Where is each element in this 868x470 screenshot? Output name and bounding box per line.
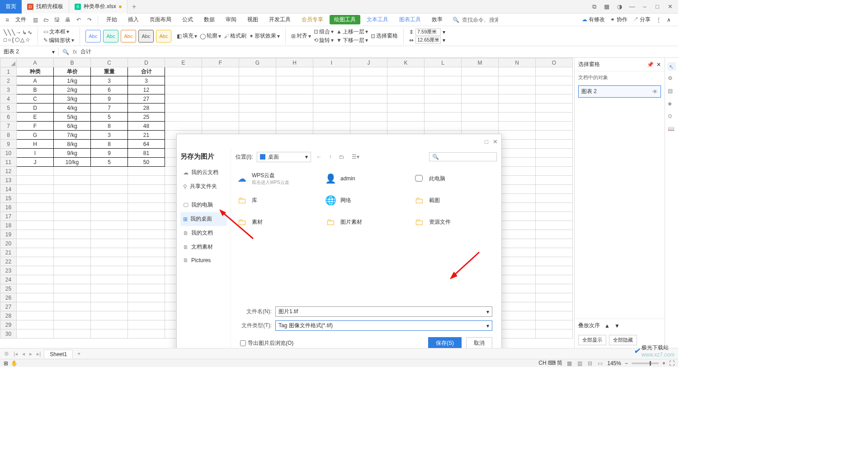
- table-tool-icon[interactable]: ▤: [668, 88, 676, 96]
- tab-template[interactable]: D找稻壳模板: [22, 0, 69, 14]
- ime-indicator[interactable]: CH ⌨ 简: [538, 359, 562, 367]
- view-reading-icon[interactable]: ▭: [597, 360, 604, 367]
- rotate-button[interactable]: ⟲ 旋转▾: [314, 37, 334, 44]
- status-drag-icon[interactable]: ✋: [11, 360, 18, 367]
- dialog-close-icon[interactable]: ✕: [493, 138, 498, 145]
- z-down-icon[interactable]: ▼: [614, 323, 620, 329]
- height-input[interactable]: ⇕ ▾: [409, 28, 445, 36]
- new-icon[interactable]: ▥: [31, 15, 40, 24]
- menu-chart-tools[interactable]: 图表工具: [395, 16, 425, 24]
- pin-icon[interactable]: 📌: [647, 61, 654, 68]
- file-item[interactable]: 🗀 素材: [236, 212, 320, 232]
- formula-input[interactable]: 合计: [80, 48, 91, 56]
- menu-review[interactable]: 审阅: [221, 16, 241, 24]
- dialog-search[interactable]: 🔍: [429, 152, 497, 161]
- pane-close-icon[interactable]: ✕: [656, 61, 661, 68]
- shape-gallery[interactable]: ╲╲╲→↳∿ □○{⬡△☆: [4, 29, 32, 43]
- group-button[interactable]: ⊡ 组合▾: [314, 28, 334, 36]
- filename-input[interactable]: 图片1.tif▾: [275, 306, 492, 317]
- edit-shape-button[interactable]: ✎ 编辑形状 ▾: [43, 37, 74, 44]
- side-assets[interactable]: 🗎文档素材: [180, 240, 227, 254]
- spreadsheet[interactable]: ABCDEFGHIJKLMNO1种类单价重量合计2A1/kg333B2/kg61…: [0, 58, 574, 348]
- book-tool-icon[interactable]: 📖: [668, 126, 676, 134]
- style-preset-1[interactable]: Abc: [85, 30, 101, 42]
- share-button[interactable]: ↗ 分享: [633, 16, 651, 24]
- view-normal-icon[interactable]: ▦: [566, 360, 573, 367]
- menu-drawing-tools[interactable]: 绘图工具: [330, 15, 360, 24]
- open-icon[interactable]: 🗁: [42, 15, 51, 24]
- fullscreen-icon[interactable]: ⛶: [669, 360, 675, 367]
- print-icon[interactable]: 🖶: [63, 15, 72, 24]
- more-icon[interactable]: ⋮: [656, 17, 661, 23]
- tab-document[interactable]: S种类单价.xlsx: [69, 0, 127, 14]
- command-search[interactable]: 🔍: [453, 17, 498, 23]
- format-painter-button[interactable]: 🖌 格式刷: [224, 32, 246, 40]
- hamburger-icon[interactable]: ≡: [4, 16, 11, 24]
- sheet-first-icon[interactable]: |◂: [12, 351, 19, 357]
- expand-icon[interactable]: ∧: [667, 17, 671, 23]
- send-backward[interactable]: ▼ 下移一层▾: [336, 37, 368, 44]
- side-shared[interactable]: ⚲共享文件夹: [180, 179, 227, 193]
- location-select[interactable]: 桌面▾: [257, 152, 311, 162]
- view-split-icon[interactable]: ⊟: [587, 360, 593, 367]
- apps-icon[interactable]: ▦: [602, 2, 611, 11]
- menu-view[interactable]: 视图: [243, 16, 263, 24]
- name-box[interactable]: 图表 2▾: [0, 48, 59, 56]
- file-item[interactable]: 🌐 网络: [324, 190, 408, 210]
- menu-text-tools[interactable]: 文本工具: [362, 16, 393, 24]
- menu-insert[interactable]: 插入: [123, 16, 143, 24]
- redo-icon[interactable]: ↷: [85, 15, 94, 24]
- pane-chart-item[interactable]: 图表 2👁: [578, 85, 661, 98]
- view-mode-icon[interactable]: ☰▾: [350, 154, 361, 160]
- file-item[interactable]: 🗀 截图: [413, 190, 497, 210]
- fill-button[interactable]: ◧填充▾: [177, 32, 197, 40]
- add-sheet-icon[interactable]: +: [75, 351, 83, 357]
- zoom-in-icon[interactable]: +: [662, 360, 665, 367]
- close-icon[interactable]: ✕: [665, 2, 675, 11]
- width-input[interactable]: ⇔ ▾: [409, 37, 445, 44]
- cloud-status[interactable]: ☁ 有修改: [582, 16, 605, 24]
- avatar-icon[interactable]: ◑: [615, 2, 624, 11]
- style-preset-5[interactable]: Abc: [156, 30, 171, 42]
- menu-start[interactable]: 开始: [102, 16, 122, 24]
- side-documents[interactable]: 🗎我的文档: [180, 226, 227, 240]
- location-tool-icon[interactable]: ⊙: [668, 113, 676, 121]
- tab-add[interactable]: +: [127, 0, 141, 14]
- style-preset-2[interactable]: Abc: [103, 30, 118, 42]
- zoom-out-icon[interactable]: −: [625, 360, 628, 367]
- minimize-icon[interactable]: –: [640, 2, 649, 11]
- settings-tool-icon[interactable]: ⚙: [668, 75, 676, 83]
- file-item[interactable]: 🗀 资源文件: [413, 212, 497, 232]
- bring-forward[interactable]: ▲ 上移一层▾: [336, 28, 368, 36]
- selection-pane-button[interactable]: ⊡选择窗格: [371, 32, 398, 40]
- save-icon[interactable]: 🖫: [52, 15, 61, 24]
- side-this-pc[interactable]: 🖵我的电脑: [180, 198, 227, 212]
- side-desktop[interactable]: ⊞我的桌面: [180, 212, 227, 226]
- show-all-button[interactable]: 全部显示: [578, 335, 606, 345]
- cancel-button[interactable]: 取消: [466, 337, 492, 348]
- file-item[interactable]: 🖵 此电脑: [413, 169, 497, 188]
- textbox-button[interactable]: ▭ 文本框 ▾: [43, 28, 74, 36]
- collab-button[interactable]: ⚭ 协作: [610, 16, 627, 24]
- dash-icon[interactable]: —: [627, 2, 637, 11]
- menu-efficiency[interactable]: 效率: [427, 16, 447, 24]
- save-button[interactable]: 保存(S): [428, 337, 462, 348]
- side-cloud-docs[interactable]: ☁我的云文档: [180, 165, 227, 179]
- view-page-icon[interactable]: ▥: [576, 360, 583, 367]
- sheet-last-icon[interactable]: ▸|: [35, 351, 42, 357]
- menu-formula[interactable]: 公式: [178, 16, 198, 24]
- layout-icon[interactable]: ⧉: [590, 2, 599, 11]
- style-preset-3[interactable]: Abc: [121, 30, 136, 42]
- align-button[interactable]: ⊞对齐▾: [291, 32, 311, 40]
- dialog-minimize-icon[interactable]: □: [485, 138, 488, 145]
- undo-icon[interactable]: ↶: [74, 15, 83, 24]
- menu-data[interactable]: 数据: [199, 16, 219, 24]
- new-folder-icon[interactable]: 🗀: [337, 154, 346, 160]
- sheet-prev-icon[interactable]: ◂: [21, 351, 26, 357]
- style-preset-4[interactable]: Abc: [138, 30, 154, 42]
- side-pictures[interactable]: 🗎Pictures: [180, 254, 227, 267]
- sheet-options-icon[interactable]: ⚙: [3, 351, 10, 357]
- outline-button[interactable]: ◯轮廓▾: [200, 32, 221, 40]
- visibility-icon[interactable]: 👁: [652, 89, 658, 95]
- shapes-tool-icon[interactable]: ◈: [668, 100, 676, 108]
